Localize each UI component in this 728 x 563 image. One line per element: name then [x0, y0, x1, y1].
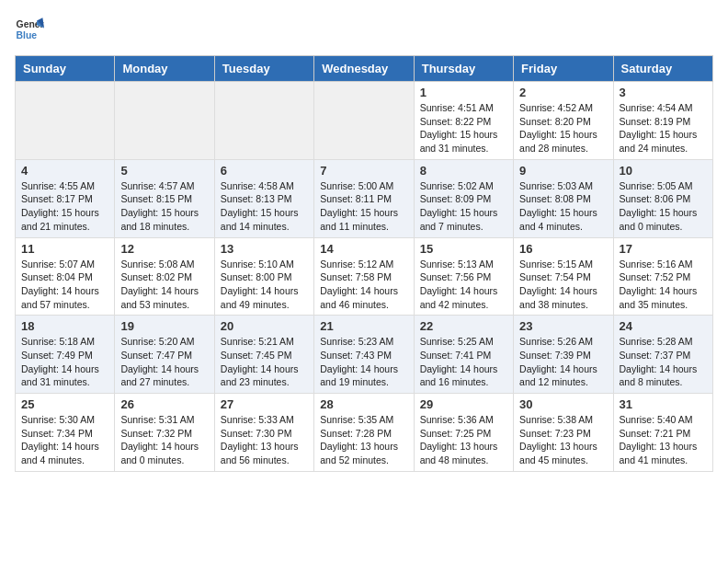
calendar-day-cell: 14Sunrise: 5:12 AM Sunset: 7:58 PM Dayli…	[314, 237, 414, 316]
day-number: 31	[620, 397, 707, 411]
calendar-day-cell: 27Sunrise: 5:33 AM Sunset: 7:30 PM Dayli…	[214, 394, 313, 472]
weekday-header: Monday	[115, 56, 214, 82]
day-number: 24	[620, 319, 707, 333]
day-info: Sunrise: 4:58 AM Sunset: 8:13 PM Dayligh…	[221, 179, 308, 234]
day-info: Sunrise: 5:28 AM Sunset: 7:37 PM Dayligh…	[620, 335, 707, 389]
day-number: 30	[519, 397, 607, 411]
calendar-day-cell: 13Sunrise: 5:10 AM Sunset: 8:00 PM Dayli…	[214, 237, 313, 316]
day-info: Sunrise: 5:38 AM Sunset: 7:23 PM Dayligh…	[519, 413, 607, 467]
calendar-day-cell: 9Sunrise: 5:03 AM Sunset: 8:08 PM Daylig…	[514, 159, 613, 237]
day-number: 17	[620, 242, 707, 256]
day-info: Sunrise: 5:23 AM Sunset: 7:43 PM Dayligh…	[320, 335, 407, 389]
calendar-day-cell: 6Sunrise: 4:58 AM Sunset: 8:13 PM Daylig…	[214, 159, 313, 237]
day-info: Sunrise: 5:05 AM Sunset: 8:06 PM Dayligh…	[620, 179, 707, 234]
day-number: 4	[21, 164, 108, 178]
day-info: Sunrise: 5:21 AM Sunset: 7:45 PM Dayligh…	[221, 335, 308, 389]
calendar-day-cell: 28Sunrise: 5:35 AM Sunset: 7:28 PM Dayli…	[314, 394, 414, 472]
calendar-day-cell: 25Sunrise: 5:30 AM Sunset: 7:34 PM Dayli…	[16, 394, 115, 472]
weekday-header: Sunday	[16, 56, 115, 82]
logo-icon: General Blue	[15, 15, 44, 44]
day-number: 20	[221, 319, 308, 333]
calendar-day-cell: 18Sunrise: 5:18 AM Sunset: 7:49 PM Dayli…	[16, 316, 115, 394]
calendar-day-cell: 2Sunrise: 4:52 AM Sunset: 8:20 PM Daylig…	[514, 82, 613, 160]
calendar-day-cell: 12Sunrise: 5:08 AM Sunset: 8:02 PM Dayli…	[115, 237, 214, 316]
calendar-day-cell	[16, 82, 115, 160]
calendar-week-row: 25Sunrise: 5:30 AM Sunset: 7:34 PM Dayli…	[16, 394, 713, 472]
day-info: Sunrise: 4:54 AM Sunset: 8:19 PM Dayligh…	[620, 101, 707, 155]
calendar-day-cell: 16Sunrise: 5:15 AM Sunset: 7:54 PM Dayli…	[514, 237, 613, 316]
day-number: 1	[420, 86, 507, 99]
day-info: Sunrise: 4:57 AM Sunset: 8:15 PM Dayligh…	[120, 179, 208, 234]
day-info: Sunrise: 5:20 AM Sunset: 7:47 PM Dayligh…	[120, 335, 208, 389]
calendar-day-cell: 10Sunrise: 5:05 AM Sunset: 8:06 PM Dayli…	[613, 159, 712, 237]
day-number: 25	[21, 397, 108, 411]
weekday-header: Saturday	[613, 56, 712, 82]
day-info: Sunrise: 5:00 AM Sunset: 8:11 PM Dayligh…	[320, 179, 407, 234]
day-number: 3	[620, 86, 707, 99]
calendar-day-cell: 15Sunrise: 5:13 AM Sunset: 7:56 PM Dayli…	[414, 237, 513, 316]
day-info: Sunrise: 5:16 AM Sunset: 7:52 PM Dayligh…	[620, 258, 707, 312]
day-info: Sunrise: 4:51 AM Sunset: 8:22 PM Dayligh…	[420, 101, 507, 155]
calendar-day-cell: 31Sunrise: 5:40 AM Sunset: 7:21 PM Dayli…	[613, 394, 712, 472]
calendar-week-row: 18Sunrise: 5:18 AM Sunset: 7:49 PM Dayli…	[16, 316, 713, 394]
day-info: Sunrise: 5:02 AM Sunset: 8:09 PM Dayligh…	[420, 179, 507, 234]
day-info: Sunrise: 5:18 AM Sunset: 7:49 PM Dayligh…	[21, 335, 108, 389]
day-info: Sunrise: 5:36 AM Sunset: 7:25 PM Dayligh…	[420, 413, 507, 467]
day-info: Sunrise: 5:25 AM Sunset: 7:41 PM Dayligh…	[420, 335, 507, 389]
day-number: 28	[320, 397, 407, 411]
calendar-day-cell: 30Sunrise: 5:38 AM Sunset: 7:23 PM Dayli…	[514, 394, 613, 472]
day-number: 2	[519, 86, 607, 99]
day-number: 5	[120, 164, 208, 178]
day-info: Sunrise: 4:52 AM Sunset: 8:20 PM Dayligh…	[519, 101, 607, 155]
day-number: 11	[21, 242, 108, 256]
day-number: 6	[221, 164, 308, 178]
calendar-header-row: SundayMondayTuesdayWednesdayThursdayFrid…	[16, 56, 713, 82]
calendar-day-cell: 19Sunrise: 5:20 AM Sunset: 7:47 PM Dayli…	[115, 316, 214, 394]
calendar-day-cell	[115, 82, 214, 160]
day-number: 21	[320, 319, 407, 333]
day-number: 10	[620, 164, 707, 178]
weekday-header: Friday	[514, 56, 613, 82]
day-number: 16	[519, 242, 607, 256]
day-info: Sunrise: 4:55 AM Sunset: 8:17 PM Dayligh…	[21, 179, 108, 234]
calendar-week-row: 4Sunrise: 4:55 AM Sunset: 8:17 PM Daylig…	[16, 159, 713, 237]
calendar-day-cell: 4Sunrise: 4:55 AM Sunset: 8:17 PM Daylig…	[16, 159, 115, 237]
day-number: 9	[519, 164, 607, 178]
day-info: Sunrise: 5:12 AM Sunset: 7:58 PM Dayligh…	[320, 258, 407, 312]
calendar-day-cell	[214, 82, 313, 160]
day-info: Sunrise: 5:03 AM Sunset: 8:08 PM Dayligh…	[519, 179, 607, 234]
calendar-week-row: 1Sunrise: 4:51 AM Sunset: 8:22 PM Daylig…	[16, 82, 713, 160]
day-number: 26	[120, 397, 208, 411]
day-info: Sunrise: 5:40 AM Sunset: 7:21 PM Dayligh…	[620, 413, 707, 467]
calendar-day-cell: 23Sunrise: 5:26 AM Sunset: 7:39 PM Dayli…	[514, 316, 613, 394]
day-info: Sunrise: 5:15 AM Sunset: 7:54 PM Dayligh…	[519, 258, 607, 312]
day-info: Sunrise: 5:08 AM Sunset: 8:02 PM Dayligh…	[120, 258, 208, 312]
calendar-day-cell: 24Sunrise: 5:28 AM Sunset: 7:37 PM Dayli…	[613, 316, 712, 394]
svg-text:Blue: Blue	[17, 30, 38, 40]
day-number: 7	[320, 164, 407, 178]
day-info: Sunrise: 5:33 AM Sunset: 7:30 PM Dayligh…	[221, 413, 308, 467]
calendar-week-row: 11Sunrise: 5:07 AM Sunset: 8:04 PM Dayli…	[16, 237, 713, 316]
calendar-day-cell: 26Sunrise: 5:31 AM Sunset: 7:32 PM Dayli…	[115, 394, 214, 472]
page-header: General Blue	[15, 15, 713, 44]
day-number: 8	[420, 164, 507, 178]
day-info: Sunrise: 5:13 AM Sunset: 7:56 PM Dayligh…	[420, 258, 507, 312]
calendar-day-cell: 8Sunrise: 5:02 AM Sunset: 8:09 PM Daylig…	[414, 159, 513, 237]
calendar-day-cell: 5Sunrise: 4:57 AM Sunset: 8:15 PM Daylig…	[115, 159, 214, 237]
day-info: Sunrise: 5:35 AM Sunset: 7:28 PM Dayligh…	[320, 413, 407, 467]
day-info: Sunrise: 5:10 AM Sunset: 8:00 PM Dayligh…	[221, 258, 308, 312]
day-number: 27	[221, 397, 308, 411]
day-info: Sunrise: 5:31 AM Sunset: 7:32 PM Dayligh…	[120, 413, 208, 467]
weekday-header: Tuesday	[214, 56, 313, 82]
calendar-table: SundayMondayTuesdayWednesdayThursdayFrid…	[15, 55, 713, 472]
day-number: 22	[420, 319, 507, 333]
day-number: 18	[21, 319, 108, 333]
day-info: Sunrise: 5:07 AM Sunset: 8:04 PM Dayligh…	[21, 258, 108, 312]
day-number: 14	[320, 242, 407, 256]
calendar-day-cell: 11Sunrise: 5:07 AM Sunset: 8:04 PM Dayli…	[16, 237, 115, 316]
calendar-day-cell: 1Sunrise: 4:51 AM Sunset: 8:22 PM Daylig…	[414, 82, 513, 160]
calendar-day-cell: 17Sunrise: 5:16 AM Sunset: 7:52 PM Dayli…	[613, 237, 712, 316]
calendar-day-cell: 29Sunrise: 5:36 AM Sunset: 7:25 PM Dayli…	[414, 394, 513, 472]
day-info: Sunrise: 5:26 AM Sunset: 7:39 PM Dayligh…	[519, 335, 607, 389]
day-number: 23	[519, 319, 607, 333]
